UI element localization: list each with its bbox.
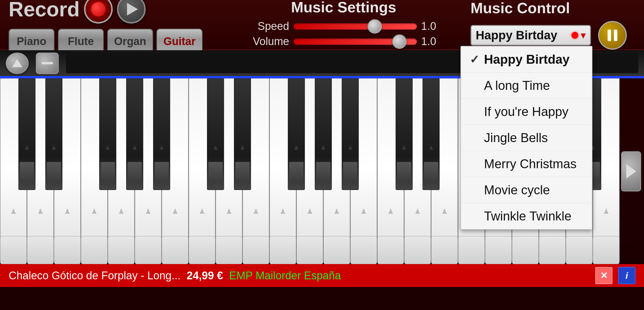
- pause-button[interactable]: [598, 21, 627, 50]
- close-icon: ✕: [600, 270, 608, 281]
- svg-rect-8: [54, 236, 81, 264]
- header: Record Piano Flute Organ Guitar Music Se…: [0, 0, 644, 50]
- pause-bar-left: [608, 30, 611, 41]
- dropdown-item-label-3: Jingle Bells: [484, 131, 548, 145]
- song-selector: Happy Birtday ▾: [471, 21, 627, 50]
- svg-rect-5: [27, 236, 54, 264]
- svg-rect-77: [101, 162, 115, 182]
- dropdown-item-3[interactable]: Jingle Bells: [461, 125, 592, 151]
- dash-icon: [42, 62, 53, 64]
- pause-bar-right: [614, 30, 617, 41]
- speed-slider[interactable]: [294, 23, 417, 30]
- svg-rect-95: [316, 162, 330, 182]
- dropdown-item-6[interactable]: Twinkle Twinkle: [461, 203, 592, 229]
- arrow-up-icon: [12, 59, 22, 67]
- arrow-right-icon: [626, 164, 636, 179]
- play-button[interactable]: [117, 0, 146, 24]
- svg-rect-80: [128, 162, 142, 182]
- svg-rect-26: [216, 236, 242, 264]
- scroll-right-button[interactable]: [621, 151, 641, 191]
- ad-price: 24,99 €: [187, 270, 223, 282]
- record-label: Record: [9, 0, 80, 21]
- svg-rect-89: [235, 162, 249, 182]
- svg-rect-14: [108, 236, 134, 264]
- svg-rect-71: [20, 162, 34, 182]
- dropdown-item-1[interactable]: A long Time: [461, 73, 592, 99]
- svg-rect-35: [297, 236, 323, 264]
- dropdown-item-5[interactable]: Movie cycle: [461, 177, 592, 203]
- dropdown-item-label-1: A long Time: [484, 78, 550, 93]
- scroll-left-up-button[interactable]: [6, 53, 29, 74]
- dropdown-item-label-5: Movie cycle: [484, 183, 550, 197]
- right-nav: [621, 78, 641, 264]
- volume-value: 1.0: [421, 35, 444, 48]
- svg-rect-44: [377, 236, 404, 264]
- svg-rect-50: [431, 236, 458, 264]
- volume-slider[interactable]: [294, 38, 417, 45]
- play-arrow-icon: [127, 3, 138, 16]
- svg-rect-68: [593, 236, 619, 264]
- svg-rect-62: [539, 236, 565, 264]
- dropdown-item-label-0: Happy Birtday: [484, 52, 569, 67]
- svg-rect-53: [458, 236, 485, 264]
- ad-description: Chaleco Gótico de Forplay - Long...: [9, 270, 181, 282]
- dropdown-item-2[interactable]: If you're Happy: [461, 99, 592, 125]
- song-controls: ▾: [571, 29, 586, 41]
- svg-rect-65: [566, 236, 592, 264]
- svg-rect-98: [343, 162, 357, 182]
- ad-store: EMP Mailorder España: [229, 270, 341, 282]
- ad-banner: Chaleco Gótico de Forplay - Long... 24,9…: [0, 264, 644, 287]
- ad-close-button[interactable]: ✕: [595, 267, 612, 284]
- svg-rect-2: [0, 236, 27, 264]
- recording-indicator: [571, 32, 578, 39]
- dropdown-item-label-6: Twinkle Twinkle: [484, 209, 571, 223]
- music-settings: Music Settings Speed 1.0 Volume 1.0: [217, 0, 471, 51]
- svg-rect-101: [397, 162, 411, 182]
- song-dropdown-menu: ✓ Happy Birtday A long Time If you're Ha…: [460, 46, 592, 230]
- speed-thumb[interactable]: [368, 19, 382, 34]
- dropdown-item-label-2: If you're Happy: [484, 104, 569, 119]
- chevron-down-icon[interactable]: ▾: [581, 29, 586, 41]
- speed-row: Speed 1.0: [243, 20, 444, 32]
- svg-rect-92: [289, 162, 303, 182]
- record-button[interactable]: [84, 0, 113, 24]
- speed-label: Speed: [243, 20, 289, 32]
- svg-rect-86: [208, 162, 223, 182]
- svg-rect-83: [155, 162, 169, 182]
- svg-rect-17: [135, 236, 161, 264]
- dropdown-item-0[interactable]: ✓ Happy Birtday: [461, 46, 592, 73]
- svg-rect-74: [47, 162, 61, 182]
- volume-label: Volume: [243, 35, 289, 48]
- ad-info-button[interactable]: i: [618, 267, 635, 284]
- svg-rect-56: [485, 236, 512, 264]
- info-icon: i: [626, 270, 628, 281]
- dropdown-item-4[interactable]: Merry Christmas: [461, 151, 592, 177]
- music-control: Music Control Happy Birtday ▾: [471, 0, 627, 50]
- record-dot-icon: [91, 2, 106, 16]
- current-song: Happy Birtday: [476, 28, 557, 42]
- svg-rect-104: [424, 162, 438, 182]
- record-row: Record: [9, 0, 202, 24]
- svg-rect-47: [404, 236, 431, 264]
- svg-rect-32: [270, 236, 296, 264]
- checkmark-icon: ✓: [470, 53, 480, 66]
- record-section: Record Piano Flute Organ Guitar: [9, 0, 202, 55]
- svg-rect-20: [162, 236, 188, 264]
- dropdown-item-label-4: Merry Christmas: [484, 157, 577, 171]
- volume-row: Volume 1.0: [243, 35, 444, 48]
- svg-rect-11: [81, 236, 108, 264]
- volume-thumb[interactable]: [392, 34, 407, 49]
- svg-rect-59: [512, 236, 538, 264]
- app-container: Record Piano Flute Organ Guitar Music Se…: [0, 0, 644, 287]
- flat-button[interactable]: [36, 53, 59, 74]
- song-dropdown[interactable]: Happy Birtday ▾: [471, 25, 591, 46]
- svg-rect-41: [350, 236, 377, 264]
- ad-text: Chaleco Gótico de Forplay - Long... 24,9…: [9, 270, 590, 282]
- speed-value: 1.0: [421, 20, 444, 32]
- pause-icon: [608, 30, 617, 41]
- svg-rect-29: [243, 236, 269, 264]
- svg-rect-38: [323, 236, 350, 264]
- svg-rect-23: [189, 236, 215, 264]
- control-title: Music Control: [471, 0, 570, 17]
- settings-title: Music Settings: [291, 0, 396, 16]
